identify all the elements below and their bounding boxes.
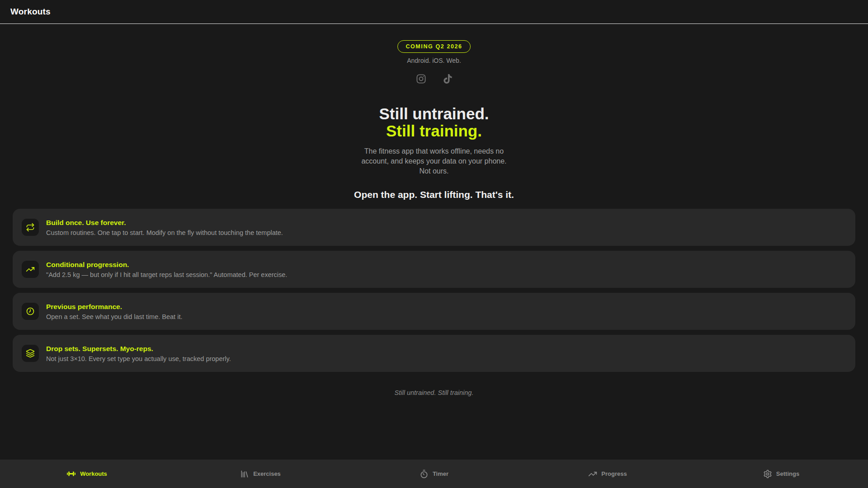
- trending-up-icon: [588, 469, 597, 479]
- feature-card-history[interactable]: Previous performance. Open a set. See wh…: [13, 293, 855, 330]
- library-icon: [240, 469, 249, 479]
- feature-title: Build once. Use forever.: [46, 219, 283, 227]
- hero-heading-line2: Still training.: [0, 122, 868, 140]
- feature-list: Build once. Use forever. Custom routines…: [13, 209, 855, 372]
- bottom-nav: Workouts Exercises Timer: [0, 460, 868, 488]
- feature-description: Open a set. See what you did last time. …: [46, 313, 182, 320]
- nav-item-exercises[interactable]: Exercises: [174, 460, 347, 488]
- nav-label: Timer: [433, 470, 448, 477]
- feature-card-set-types[interactable]: Drop sets. Supersets. Myo-reps. Not just…: [13, 335, 855, 372]
- instagram-icon[interactable]: [416, 74, 426, 84]
- nav-item-workouts[interactable]: Workouts: [0, 460, 174, 488]
- page-title: Workouts: [10, 7, 51, 17]
- feature-title: Conditional progression.: [46, 261, 287, 269]
- hero-description-line: Not ours.: [0, 166, 868, 176]
- timer-icon: [420, 469, 429, 479]
- feature-card-routines[interactable]: Build once. Use forever. Custom routines…: [13, 209, 855, 246]
- nav-label: Exercises: [253, 470, 281, 477]
- nav-item-timer[interactable]: Timer: [347, 460, 521, 488]
- repeat-icon: [22, 219, 39, 236]
- layers-icon: [22, 345, 39, 362]
- nav-item-settings[interactable]: Settings: [694, 460, 868, 488]
- hero-description-line: account, and keeps your data on your pho…: [0, 156, 868, 166]
- footer-tagline: Still untrained. Still training.: [0, 389, 868, 396]
- trending-up-icon: [22, 261, 39, 278]
- social-links: [0, 74, 868, 84]
- clock-icon: [22, 303, 39, 320]
- coming-soon-badge: COMING Q2 2026: [397, 40, 470, 53]
- nav-label: Progress: [601, 470, 627, 477]
- app-header: Workouts: [0, 0, 868, 24]
- hero-section: COMING Q2 2026 Android. iOS. Web. Still …: [0, 24, 868, 200]
- feature-card-progression[interactable]: Conditional progression. "Add 2.5 kg — b…: [13, 251, 855, 288]
- hero-heading: Still untrained. Still training.: [0, 105, 868, 140]
- tiktok-icon[interactable]: [443, 74, 453, 84]
- hero-heading-line1: Still untrained.: [0, 105, 868, 122]
- nav-label: Settings: [776, 470, 799, 477]
- cta-text: Open the app. Start lifting. That's it.: [0, 189, 868, 200]
- feature-title: Drop sets. Supersets. Myo-reps.: [46, 345, 231, 353]
- feature-title: Previous performance.: [46, 303, 182, 311]
- dumbbell-icon: [66, 469, 76, 479]
- feature-description: Not just 3×10. Every set type you actual…: [46, 355, 231, 362]
- feature-description: "Add 2.5 kg — but only if I hit all targ…: [46, 271, 287, 278]
- nav-item-progress[interactable]: Progress: [521, 460, 694, 488]
- feature-description: Custom routines. One tap to start. Modif…: [46, 229, 283, 236]
- platforms-text: Android. iOS. Web.: [0, 57, 868, 64]
- hero-description-line: The fitness app that works offline, need…: [0, 146, 868, 156]
- nav-label: Workouts: [80, 470, 107, 477]
- gear-icon: [763, 469, 772, 479]
- hero-description: The fitness app that works offline, need…: [0, 146, 868, 176]
